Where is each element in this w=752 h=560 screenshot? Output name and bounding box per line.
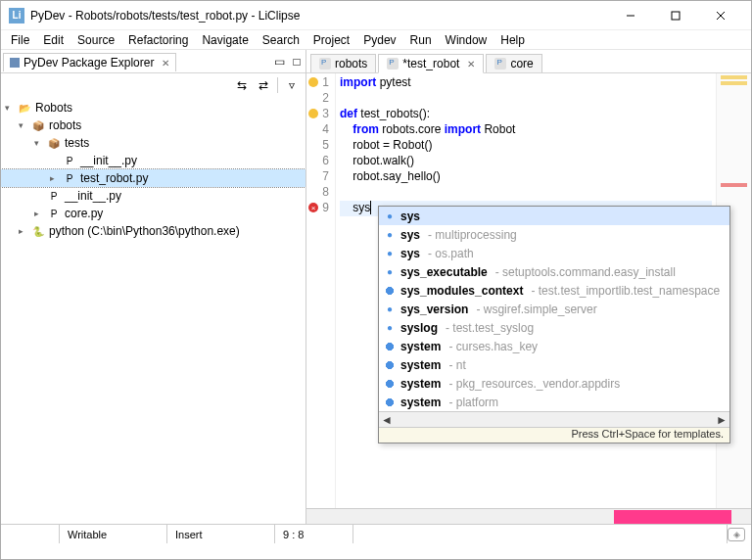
minimize-view-button[interactable]: ▭ — [270, 53, 288, 70]
tree-item[interactable]: ▾📂Robots — [1, 99, 306, 117]
file-icon: 📦 — [46, 136, 62, 150]
editor-tab-label: robots — [335, 57, 367, 70]
autocomplete-item[interactable]: ●sys — [379, 207, 729, 225]
autocomplete-item[interactable]: system - pkg_resources._vendor.appdirs — [379, 374, 729, 393]
code-line[interactable]: robot.say_hello() — [340, 169, 712, 185]
package-tree[interactable]: ▾📂Robots▾📦robots▾📦testsP__init__.py▸Ptes… — [1, 97, 306, 524]
completion-hint: - wsgiref.simple_server — [476, 303, 596, 316]
tree-item[interactable]: P__init__.py — [1, 152, 306, 169]
editor-horizontal-scrollbar[interactable] — [306, 508, 751, 524]
explorer-tab-close-icon[interactable]: ✕ — [162, 58, 169, 69]
menu-navigate[interactable]: Navigate — [196, 31, 254, 49]
scroll-left-icon[interactable]: ◄ — [379, 412, 395, 428]
explorer-tab-icon — [10, 58, 20, 68]
autocomplete-list[interactable]: ●sys●sys - multiprocessing●sys - os.path… — [379, 207, 729, 411]
menu-help[interactable]: Help — [494, 31, 531, 49]
menu-file[interactable]: File — [5, 31, 35, 49]
menu-run[interactable]: Run — [404, 31, 438, 49]
code-line[interactable]: robot.walk() — [340, 154, 712, 169]
warning-marker-icon[interactable] — [308, 77, 318, 87]
tree-item[interactable]: ▾📦tests — [1, 134, 306, 152]
completion-name: sys_version — [400, 303, 468, 316]
file-icon: 📦 — [30, 118, 46, 132]
code-line[interactable]: import pytest — [340, 75, 712, 91]
status-cursor-position: 9 : 8 — [275, 525, 353, 543]
attribute-icon: ● — [383, 303, 397, 316]
window-titlebar: Li PyDev - Robots/robots/tests/test_robo… — [1, 1, 751, 30]
view-menu-button[interactable]: ▿ — [282, 76, 302, 94]
warning-marker-icon[interactable] — [308, 109, 318, 118]
maximize-view-button[interactable]: □ — [288, 53, 306, 70]
expand-arrow-icon[interactable]: ▾ — [5, 103, 17, 113]
attribute-icon: ● — [383, 247, 397, 260]
file-icon: P — [46, 207, 62, 220]
menu-search[interactable]: Search — [257, 31, 306, 49]
autocomplete-item[interactable]: ●sys_executable - setuptools.command.eas… — [379, 262, 729, 281]
rss-icon[interactable]: ◈ — [728, 528, 745, 541]
expand-arrow-icon[interactable]: ▸ — [50, 173, 62, 183]
editor-tab[interactable]: core — [486, 54, 541, 72]
explorer-tab[interactable]: PyDev Package Explorer ✕ — [3, 53, 176, 71]
tree-item[interactable]: ▸Ptest_robot.py — [1, 169, 306, 187]
collapse-all-button[interactable]: ⇆ — [232, 76, 252, 94]
ruler-warning-marker[interactable] — [721, 75, 747, 79]
module-icon — [383, 377, 397, 391]
gutter-line: 6 — [306, 154, 335, 169]
module-icon — [383, 396, 397, 409]
autocomplete-scrollbar[interactable]: ◄ ► — [379, 411, 729, 427]
autocomplete-item[interactable]: sys_modules_context - test.test_importli… — [379, 281, 729, 300]
ruler-warning-marker[interactable] — [721, 81, 747, 85]
editor-tab[interactable]: *test_robot✕ — [378, 54, 484, 73]
menu-project[interactable]: Project — [307, 31, 355, 49]
autocomplete-item[interactable]: ●sys_version - wsgiref.simple_server — [379, 300, 729, 318]
gutter-line: 1 — [306, 75, 335, 91]
close-tab-icon[interactable]: ✕ — [467, 59, 475, 70]
autocomplete-item[interactable]: ●sys - os.path — [379, 244, 729, 262]
gutter-line: 5 — [306, 138, 335, 154]
completion-hint: - os.path — [428, 247, 474, 260]
module-icon — [383, 284, 397, 298]
autocomplete-item[interactable]: ●syslog - test.test_syslog — [379, 318, 729, 337]
autocomplete-item[interactable]: system - platform — [379, 393, 729, 411]
status-writable: Writable — [60, 525, 167, 543]
scrollbar-thumb[interactable] — [614, 510, 731, 524]
completion-hint: - platform — [448, 396, 498, 409]
completion-name: sys — [400, 228, 420, 242]
close-button[interactable] — [698, 1, 743, 30]
expand-arrow-icon[interactable]: ▸ — [19, 226, 30, 236]
code-line[interactable] — [340, 91, 712, 107]
editor-tabs: robots*test_robot✕core — [306, 50, 751, 73]
maximize-button[interactable] — [653, 1, 698, 30]
menu-pydev[interactable]: Pydev — [357, 31, 401, 49]
code-line[interactable]: robot = Robot() — [340, 138, 712, 154]
expand-arrow-icon[interactable]: ▾ — [19, 120, 30, 130]
completion-name: system — [400, 358, 441, 372]
link-editor-button[interactable]: ⇄ — [254, 76, 273, 94]
explorer-tab-label: PyDev Package Explorer — [24, 56, 154, 70]
editor-tab-label: *test_robot — [402, 57, 459, 70]
autocomplete-item[interactable]: system - curses.has_key — [379, 337, 729, 355]
autocomplete-item[interactable]: ●sys - multiprocessing — [379, 225, 729, 244]
expand-arrow-icon[interactable]: ▾ — [34, 138, 46, 148]
expand-arrow-icon[interactable]: ▸ — [34, 209, 46, 218]
tree-item[interactable]: ▸🐍python (C:\bin\Python36\python.exe) — [1, 222, 306, 240]
minimize-button[interactable] — [608, 1, 653, 30]
code-line[interactable]: def test_robots(): — [340, 107, 712, 122]
error-marker-icon[interactable]: × — [308, 203, 318, 212]
editor-tab[interactable]: robots — [310, 54, 376, 72]
menu-source[interactable]: Source — [71, 31, 120, 49]
menu-edit[interactable]: Edit — [37, 31, 70, 49]
code-line[interactable]: from robots.core import Robot — [340, 122, 712, 138]
scroll-right-icon[interactable]: ► — [714, 412, 729, 428]
code-line[interactable] — [340, 185, 712, 201]
tree-item[interactable]: P__init__.py — [1, 187, 306, 205]
tree-item[interactable]: ▾📦robots — [1, 117, 306, 134]
completion-name: sys_modules_context — [400, 284, 523, 298]
completion-hint: - test.test_importlib.test_namespace — [531, 284, 720, 298]
ruler-error-marker[interactable] — [721, 183, 747, 187]
autocomplete-item[interactable]: system - nt — [379, 355, 729, 374]
completion-name: syslog — [400, 321, 438, 335]
tree-item[interactable]: ▸Pcore.py — [1, 205, 306, 222]
menu-window[interactable]: Window — [440, 31, 494, 49]
menu-refactoring[interactable]: Refactoring — [122, 31, 194, 49]
